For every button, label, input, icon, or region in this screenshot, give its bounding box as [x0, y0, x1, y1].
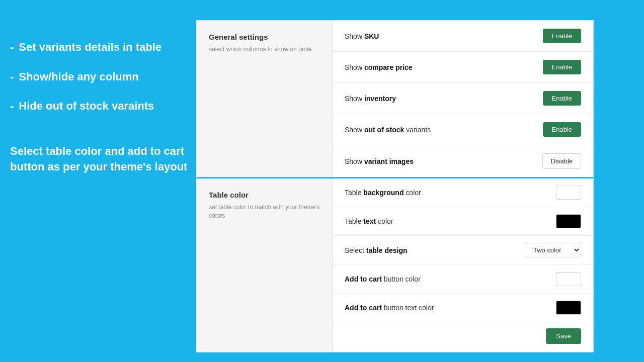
table-color-rows: Table background color Table text color … [333, 178, 593, 352]
compare-price-row: Show compare price Enable [333, 52, 593, 83]
out-of-stock-enable-button[interactable]: Enable [543, 122, 581, 137]
bg-color-swatch[interactable] [556, 186, 581, 200]
text-color-row: Table text color [333, 207, 593, 236]
general-settings-rows: Show SKU Enable Show compare price Enabl… [333, 21, 593, 177]
atc-btn-text-color-row: Add to cart button text color [333, 294, 593, 322]
dash-1: - [10, 40, 14, 55]
bullet-3: - Hide out of stock varaints [10, 99, 191, 114]
table-design-label: Select table design [345, 246, 408, 254]
table-color-desc: set table color to match with your theme… [209, 203, 320, 220]
compare-price-label: Show compare price [345, 63, 413, 71]
bg-color-row: Table background color [333, 178, 593, 207]
atc-btn-color-swatch[interactable] [556, 272, 581, 286]
dash-3: - [10, 99, 14, 114]
inventory-label-bold: inventory [364, 95, 396, 103]
out-of-stock-label-bold: out of stock [364, 126, 404, 134]
out-of-stock-label: Show out of stock variants [345, 126, 431, 134]
bg-color-label: Table background color [345, 189, 421, 197]
table-color-title: Table color [209, 191, 320, 199]
variant-images-disable-button[interactable]: Disable [542, 153, 581, 169]
variant-images-row: Show variant images Disable [333, 145, 593, 177]
text-color-label-bold: text [363, 217, 376, 225]
table-color-sidebar: Table color set table color to match wit… [197, 178, 333, 352]
atc-btn-text-color-label: Add to cart button text color [345, 304, 434, 312]
atc-btn-color-row: Add to cart button color [333, 265, 593, 294]
atc-btn-text-color-swatch[interactable] [556, 301, 581, 315]
sku-enable-button[interactable]: Enable [543, 29, 581, 43]
inventory-enable-button[interactable]: Enable [543, 91, 581, 106]
atc-btn-color-label-bold: Add to cart [345, 275, 382, 283]
general-settings-title: General settings [209, 33, 320, 41]
compare-price-enable-button[interactable]: Enable [543, 60, 581, 74]
general-settings-sidebar: General settings select which columns to… [197, 21, 333, 177]
sku-label-bold: SKU [364, 32, 379, 40]
bottom-description: Select table color and add to cart butto… [10, 144, 191, 175]
table-color-layout: Table color set table color to match wit… [197, 178, 593, 352]
dash-2: - [10, 70, 14, 84]
out-of-stock-row: Show out of stock variants Enable [333, 114, 593, 145]
inventory-row: Show inventory Enable [333, 83, 593, 114]
inventory-label: Show inventory [345, 95, 396, 103]
sku-row: Show SKU Enable [333, 21, 593, 52]
bullet-1-text: Set variants details in table [19, 40, 162, 55]
variant-images-label-bold: variant images [364, 157, 414, 165]
variant-images-label: Show variant images [345, 157, 414, 165]
save-button[interactable]: Save [546, 328, 581, 344]
atc-btn-text-color-label-bold: Add to cart [345, 304, 382, 312]
bullet-1: - Set variants details in table [10, 40, 191, 55]
bullet-2-text: Show/hide any column [19, 70, 138, 84]
save-row: Save [333, 322, 593, 352]
atc-btn-color-label: Add to cart button color [345, 275, 421, 283]
general-settings-card: General settings select which columns to… [196, 20, 594, 178]
table-color-card: Table color set table color to match wit… [196, 178, 594, 352]
bullet-3-text: Hide out of stock varaints [19, 99, 154, 114]
bg-color-label-bold: background [363, 189, 404, 197]
text-color-label: Table text color [345, 217, 393, 225]
main-content: General settings select which columns to… [196, 20, 594, 362]
table-design-dropdown[interactable]: Two color Single color [526, 243, 581, 257]
general-settings-layout: General settings select which columns to… [197, 21, 593, 177]
table-design-label-bold: table design [366, 246, 408, 254]
left-panel: - Set variants details in table - Show/h… [10, 40, 191, 174]
general-settings-desc: select which columns to show on table [209, 45, 320, 54]
table-design-row: Select table design Two color Single col… [333, 236, 593, 265]
text-color-swatch[interactable] [556, 214, 581, 228]
bullet-2: - Show/hide any column [10, 70, 191, 84]
compare-price-label-bold: compare price [364, 63, 413, 71]
sku-label: Show SKU [345, 32, 379, 40]
